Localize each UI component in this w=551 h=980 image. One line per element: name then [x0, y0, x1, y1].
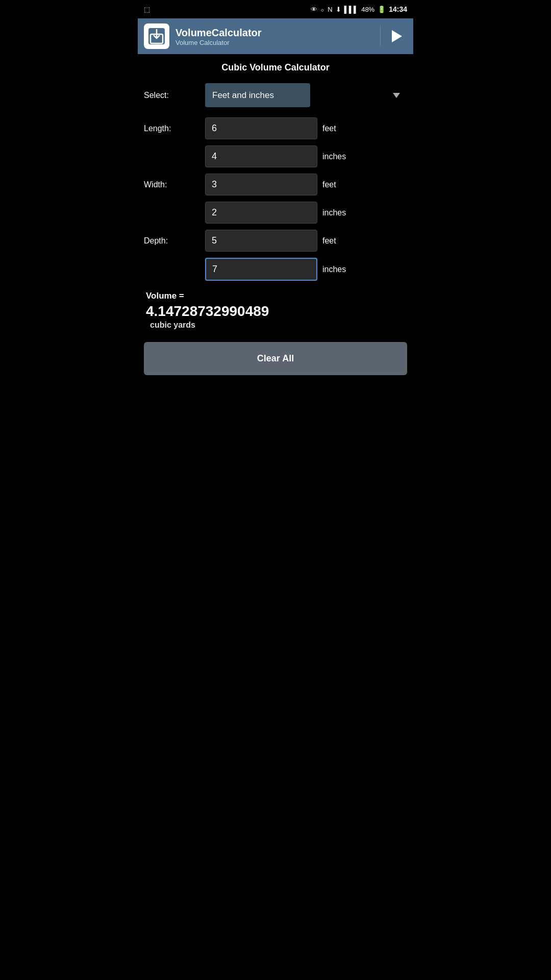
- width-inches-input[interactable]: [205, 202, 317, 224]
- width-label: Width:: [144, 180, 205, 189]
- volume-unit: cubic yards: [146, 321, 405, 330]
- length-label: Length:: [144, 124, 205, 133]
- main-content: Cubic Volume Calculator Select: Feet and…: [138, 54, 413, 383]
- clock: 14:34: [389, 5, 407, 13]
- length-feet-row: Length: feet: [144, 117, 407, 139]
- app-name: VolumeCalculator: [176, 27, 374, 39]
- width-feet-wrap: feet: [205, 174, 407, 195]
- select-wrapper: Feet and inchesMeters and centimetersYar…: [205, 83, 407, 107]
- width-feet-row: Width: feet: [144, 174, 407, 195]
- download-icon: ⬇: [336, 6, 341, 13]
- volume-section: Volume = 4.14728732990489 cubic yards: [144, 291, 407, 330]
- width-feet-input[interactable]: [205, 174, 317, 195]
- length-inches-row: inches: [144, 145, 407, 167]
- length-feet-input[interactable]: [205, 117, 317, 139]
- width-inches-row: inches: [144, 202, 407, 224]
- select-row: Select: Feet and inchesMeters and centim…: [144, 83, 407, 107]
- page-title: Cubic Volume Calculator: [144, 62, 407, 73]
- app-header: VolumeCalculator Volume Calculator: [138, 18, 413, 54]
- unit-select[interactable]: Feet and inchesMeters and centimetersYar…: [205, 83, 310, 107]
- app-title-block: VolumeCalculator Volume Calculator: [176, 27, 374, 46]
- battery-icon: 🔋: [378, 6, 386, 13]
- length-feet-wrap: feet: [205, 117, 407, 139]
- header-divider: [380, 26, 381, 46]
- depth-inches-input[interactable]: [205, 258, 317, 281]
- select-label: Select:: [144, 91, 205, 100]
- battery-label: 48%: [361, 6, 374, 13]
- app-icon: [144, 23, 169, 49]
- status-bar: ⬚ 👁 ⬦ N ⬇ ▌▌▌ 48% 🔋 14:34: [138, 0, 413, 18]
- bluetooth-icon: ⬦: [320, 6, 324, 13]
- send-icon: [392, 30, 402, 42]
- width-inches-unit: inches: [322, 208, 346, 217]
- eye-icon: 👁: [311, 6, 317, 13]
- app-subtitle: Volume Calculator: [176, 39, 374, 46]
- depth-feet-unit: feet: [322, 236, 336, 246]
- send-button[interactable]: [387, 26, 407, 46]
- depth-inches-unit: inches: [322, 265, 346, 274]
- length-inches-unit: inches: [322, 152, 346, 161]
- screenshot-icon: ⬚: [144, 6, 150, 13]
- length-inches-input[interactable]: [205, 145, 317, 167]
- width-feet-unit: feet: [322, 180, 336, 189]
- status-left: ⬚: [144, 6, 150, 13]
- nfc-icon: N: [328, 6, 332, 13]
- depth-label: Depth:: [144, 236, 205, 246]
- volume-equals-label: Volume =: [146, 291, 405, 301]
- depth-feet-input[interactable]: [205, 230, 317, 252]
- depth-feet-wrap: feet: [205, 230, 407, 252]
- length-feet-unit: feet: [322, 124, 336, 133]
- clear-all-button[interactable]: Clear All: [144, 342, 407, 375]
- depth-feet-row: Depth: feet: [144, 230, 407, 252]
- signal-icon: ▌▌▌: [344, 6, 359, 13]
- status-right: 👁 ⬦ N ⬇ ▌▌▌ 48% 🔋 14:34: [311, 5, 407, 13]
- depth-inches-row: inches: [144, 258, 407, 281]
- volume-value: 4.14728732990489: [146, 303, 405, 320]
